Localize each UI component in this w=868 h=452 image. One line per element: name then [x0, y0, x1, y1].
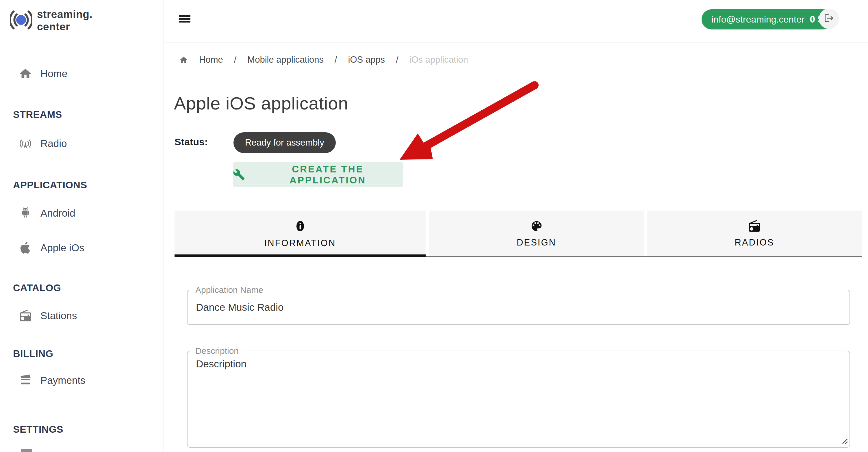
sidebar-item-payments[interactable]: Payments: [0, 369, 164, 392]
app-window: streaming. center Home STREAMS Radio: [0, 0, 868, 452]
description-field: Description: [187, 351, 850, 448]
brand-name: streaming. center: [37, 8, 92, 33]
breadcrumb-item-mobile-applications[interactable]: Mobile applications: [247, 55, 323, 65]
palette-icon: [530, 220, 543, 234]
breadcrumb-item-current: iOs application: [409, 55, 468, 65]
sidebar-item-label: Payments: [40, 375, 86, 386]
tab-bar: INFORMATION DESIGN RADIOS: [175, 211, 862, 257]
textarea-resize-handle[interactable]: [840, 436, 848, 446]
sidebar-item-stations[interactable]: Stations: [0, 304, 164, 327]
status-badge: Ready for assembly: [234, 132, 336, 153]
radio-tower-icon: [19, 137, 32, 151]
tab-information[interactable]: INFORMATION: [175, 211, 426, 256]
sidebar-section-streams: STREAMS: [13, 109, 62, 120]
radio-icon: [19, 309, 32, 323]
sidebar-item-label: Home: [40, 68, 67, 79]
sidebar-section-billing: BILLING: [13, 348, 53, 359]
sidebar-item-label: Android: [40, 207, 75, 219]
sidebar-section-catalog: CATALOG: [13, 282, 61, 293]
create-application-button-label: CREATE THE APPLICATION: [252, 164, 403, 186]
tab-label: RADIOS: [735, 237, 774, 248]
cut-off-sidebar-icon: [21, 449, 32, 452]
sidebar-item-apple-ios[interactable]: Apple iOs: [0, 236, 164, 259]
menu-hamburger-icon[interactable]: [179, 15, 190, 24]
sidebar-item-home[interactable]: Home: [0, 62, 164, 85]
radio-icon: [748, 220, 761, 234]
credit-card-icon: [19, 374, 32, 387]
sidebar: streaming. center Home STREAMS Radio: [0, 0, 164, 452]
tab-label: INFORMATION: [265, 238, 336, 248]
wrench-icon: [233, 169, 245, 181]
logout-icon: [824, 13, 834, 25]
tab-design[interactable]: DESIGN: [429, 211, 644, 256]
home-icon: [19, 67, 32, 80]
tab-radios[interactable]: RADIOS: [647, 211, 862, 256]
breadcrumb-item-ios-apps[interactable]: iOS apps: [348, 55, 385, 65]
tab-label: DESIGN: [517, 237, 556, 248]
android-icon: [19, 206, 32, 220]
breadcrumb-item-home[interactable]: Home: [199, 55, 223, 65]
info-icon: [294, 219, 307, 234]
application-name-label: Application Name: [192, 285, 266, 295]
status-label: Status:: [175, 136, 208, 148]
streaming-center-logo-icon: [10, 9, 32, 32]
application-name-field: Application Name: [187, 290, 850, 325]
active-tab-underline: [175, 254, 426, 257]
annotation-arrow: [396, 77, 549, 167]
topbar: info@streaming.center 0 $: [165, 0, 868, 42]
sidebar-item-label: Apple iOs: [40, 242, 84, 254]
sidebar-item-label: Radio: [40, 138, 67, 149]
application-name-input[interactable]: [188, 290, 849, 324]
account-balance-pill[interactable]: info@streaming.center 0 $: [702, 9, 833, 29]
description-label: Description: [192, 346, 242, 356]
sidebar-section-applications: APPLICATIONS: [13, 180, 87, 191]
breadcrumb-separator: /: [234, 55, 237, 65]
logout-button[interactable]: [819, 9, 839, 29]
brand-logo[interactable]: streaming. center: [10, 8, 92, 33]
breadcrumb-home-icon[interactable]: [179, 56, 188, 64]
sidebar-section-settings: SETTINGS: [13, 424, 63, 435]
apple-icon: [19, 241, 32, 255]
account-email: info@streaming.center: [711, 14, 804, 25]
sidebar-item-label: Stations: [40, 310, 77, 321]
create-application-button[interactable]: CREATE THE APPLICATION: [233, 162, 403, 187]
breadcrumb: Home / Mobile applications / iOS apps / …: [179, 53, 468, 67]
sidebar-item-radio[interactable]: Radio: [0, 132, 164, 155]
breadcrumb-separator: /: [335, 55, 337, 65]
sidebar-item-android[interactable]: Android: [0, 202, 164, 225]
description-textarea[interactable]: [188, 351, 849, 447]
page-title: Apple iOS application: [174, 93, 348, 114]
breadcrumb-separator: /: [396, 55, 399, 65]
